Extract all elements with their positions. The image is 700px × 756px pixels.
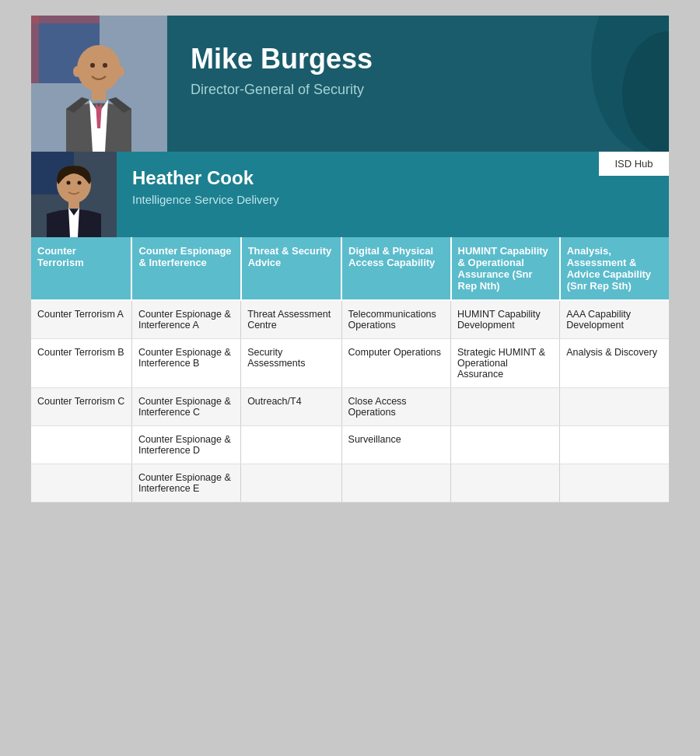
col-header-2: Threat & Security Advice [241,237,341,300]
deputy-title: Intelligence Service Delivery [132,193,653,206]
cell-r4-c4 [451,464,560,502]
cell-r1-c1: Counter Espionage & Interference B [131,339,240,388]
cell-r1-c3: Computer Operations [341,339,450,388]
dg-banner: Mike Burgess Director-General of Securit… [31,16,669,152]
cell-r2-c1: Counter Espionage & Interference C [131,388,240,426]
cell-r2-c4 [451,388,560,426]
cell-r0-c2: Threat Assessment Centre [241,300,341,339]
svg-point-4 [77,45,121,92]
cell-r0-c0: Counter Terrorism A [31,300,131,339]
deputy-banner: Heather Cook Intelligence Service Delive… [31,152,669,237]
cell-r1-c2: Security Assessments [241,339,341,388]
cell-r1-c5: Analysis & Discovery [560,339,669,388]
cell-r3-c3: Surveillance [341,426,450,464]
cell-r4-c3 [341,464,450,502]
cell-r0-c4: HUMINT Capability Development [451,300,560,339]
cell-r1-c4: Strategic HUMINT & Operational Assurance [451,339,560,388]
cell-r0-c5: AAA Capability Development [560,300,669,339]
cell-r4-c0 [31,464,131,502]
svg-point-6 [90,63,95,68]
svg-point-16 [67,181,71,185]
deputy-name: Heather Cook [132,167,653,189]
svg-point-8 [73,66,81,77]
svg-rect-5 [92,89,106,100]
deputy-photo [31,152,117,237]
table-row: Counter Terrorism ACounter Espionage & I… [31,300,669,339]
org-chart: Mike Burgess Director-General of Securit… [31,16,669,502]
col-header-5: Analysis, Assessment & Advice Capability… [560,237,669,300]
cell-r4-c1: Counter Espionage & Interference E [131,464,240,502]
org-table: Counter Terrorism Counter Espionage & In… [31,237,669,502]
svg-point-9 [117,66,124,77]
column-headers-row: Counter Terrorism Counter Espionage & In… [31,237,669,300]
table-row: Counter Terrorism BCounter Espionage & I… [31,339,669,388]
cell-r4-c2 [241,464,341,502]
col-header-4: HUMINT Capability & Operational Assuranc… [451,237,560,300]
cell-r3-c0 [31,426,131,464]
cell-r1-c0: Counter Terrorism B [31,339,131,388]
cell-r0-c3: Telecommunications Operations [341,300,450,339]
banner-decoration [576,16,669,152]
cell-r3-c4 [451,426,560,464]
table-row: Counter Espionage & Interference DSurvei… [31,426,669,464]
isd-hub-box: ISD Hub [599,152,669,176]
table-row: Counter Espionage & Interference E [31,464,669,502]
col-header-0: Counter Terrorism [31,237,131,300]
svg-point-17 [78,181,82,185]
cell-r3-c1: Counter Espionage & Interference D [131,426,240,464]
cell-r2-c2: Outreach/T4 [241,388,341,426]
svg-rect-15 [68,201,79,208]
svg-point-7 [103,63,107,68]
cell-r2-c3: Close Access Operations [341,388,450,426]
col-header-3: Digital & Physical Access Capability [341,237,450,300]
deputy-info: Heather Cook Intelligence Service Delive… [117,152,669,237]
cell-r0-c1: Counter Espionage & Interference A [131,300,240,339]
table-row: Counter Terrorism CCounter Espionage & I… [31,388,669,426]
col-header-1: Counter Espionage & Interference [131,237,240,300]
cell-r2-c5 [560,388,669,426]
cell-r3-c5 [560,426,669,464]
cell-r4-c5 [560,464,669,502]
isd-hub-label: ISD Hub [614,158,653,170]
cell-r3-c2 [241,426,341,464]
dg-photo [31,16,167,152]
cell-r2-c0: Counter Terrorism C [31,388,131,426]
